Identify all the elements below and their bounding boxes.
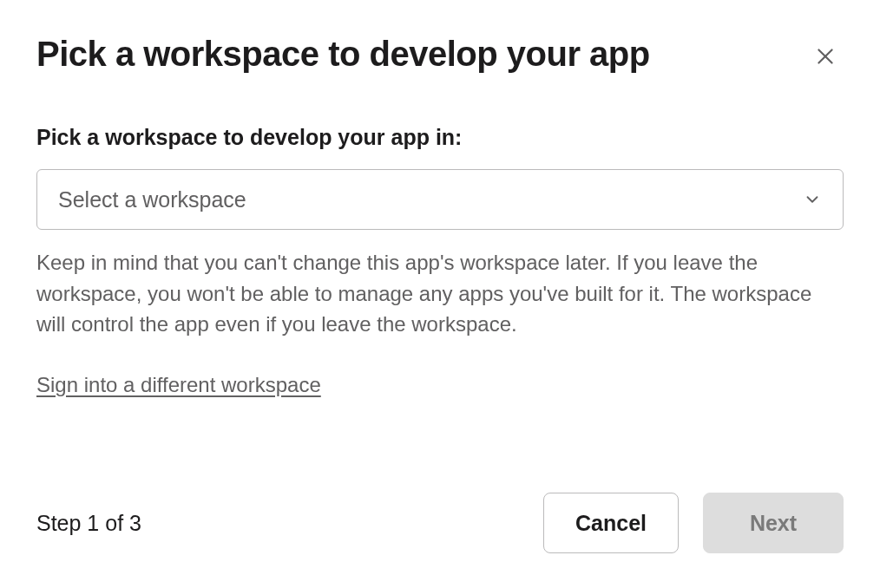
close-icon bbox=[814, 45, 837, 68]
workspace-select[interactable]: Select a workspace bbox=[36, 169, 844, 230]
next-button[interactable]: Next bbox=[703, 493, 844, 553]
workspace-select-label: Pick a workspace to develop your app in: bbox=[36, 125, 844, 150]
chevron-down-icon bbox=[803, 190, 822, 209]
modal-title: Pick a workspace to develop your app bbox=[36, 35, 650, 73]
cancel-button[interactable]: Cancel bbox=[543, 493, 679, 553]
step-indicator: Step 1 of 3 bbox=[36, 511, 141, 536]
help-text: Keep in mind that you can't change this … bbox=[36, 247, 844, 340]
signin-different-workspace-link[interactable]: Sign into a different workspace bbox=[36, 373, 321, 397]
close-button[interactable] bbox=[807, 38, 844, 75]
workspace-select-placeholder: Select a workspace bbox=[58, 187, 246, 212]
